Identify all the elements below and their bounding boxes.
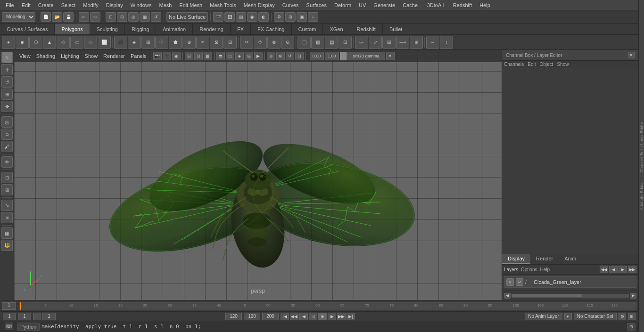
vp-render-btn[interactable]: ◈: [235, 52, 244, 60]
vp-stereo-btn[interactable]: ◉: [172, 52, 181, 60]
tab-custom[interactable]: Custom: [292, 24, 323, 34]
open-file-btn[interactable]: 📂: [52, 12, 62, 22]
pb-next-btn[interactable]: ▶▶: [337, 313, 346, 320]
layer-p-btn[interactable]: P: [516, 278, 523, 286]
menu-cache[interactable]: Cache: [399, 1, 421, 9]
menu-edit[interactable]: Edit: [18, 1, 34, 9]
pb-play-back-btn[interactable]: ◁: [309, 313, 317, 320]
shelf-loop[interactable]: ⟳: [254, 36, 267, 49]
show-hide[interactable]: 👁: [1, 156, 13, 168]
new-file-btn[interactable]: 📄: [41, 12, 51, 22]
render-btn3[interactable]: ▤: [236, 12, 246, 22]
shelf-cone[interactable]: ▲: [43, 36, 56, 49]
scale-tool[interactable]: ⊞: [1, 89, 13, 100]
render-btn2[interactable]: 🖼: [224, 12, 235, 22]
rotate-tool[interactable]: ↺: [1, 76, 13, 88]
menu-3dto[interactable]: -3DtoAll-: [421, 1, 449, 9]
shelf-cylinder[interactable]: ⬡: [29, 36, 42, 49]
pb-last-btn[interactable]: ▶|: [347, 313, 355, 320]
select-tool[interactable]: ↖: [1, 52, 13, 63]
char-set-btn[interactable]: No Character Set: [574, 313, 617, 320]
render-btn1[interactable]: 🎬: [213, 12, 223, 22]
crease-tool[interactable]: ∿: [1, 200, 13, 211]
menu-mesh[interactable]: Mesh: [155, 1, 175, 9]
menu-redshift[interactable]: Redshift: [449, 1, 476, 9]
shelf-append[interactable]: ➕: [155, 36, 168, 49]
shelf-deform1[interactable]: ⟜: [355, 36, 368, 49]
universal-manip[interactable]: ✥: [1, 101, 13, 112]
snap-grid[interactable]: ⊞: [1, 184, 13, 195]
channels-menu[interactable]: Channels: [504, 62, 524, 67]
snap-btn4[interactable]: ▦: [140, 12, 150, 22]
redo-btn[interactable]: ↪: [90, 12, 100, 22]
menu-modify[interactable]: Modify: [79, 1, 102, 9]
shelf-extra1[interactable]: ↔: [426, 36, 439, 49]
show-menu[interactable]: Show: [557, 62, 569, 67]
tab-polygons[interactable]: Polygons: [55, 24, 90, 34]
snap-btn2[interactable]: ⊞: [117, 12, 127, 22]
layer-arrow-right2[interactable]: ▶▶: [628, 266, 636, 273]
save-file-btn[interactable]: 💾: [63, 12, 74, 22]
shelf-knife[interactable]: ✂: [240, 36, 253, 49]
snap-btn1[interactable]: ⊡: [106, 12, 116, 22]
timeline-ticks[interactable]: 1 5 10 15 20 25 30 35 40 45 50 55 60 65 …: [19, 302, 636, 310]
playback-end-input[interactable]: [225, 313, 242, 320]
settings-btn3[interactable]: ▣: [297, 12, 307, 22]
shelf-deform3[interactable]: ⊞: [382, 36, 396, 49]
paint-sel[interactable]: 🖌: [1, 141, 13, 152]
rp-tab-display[interactable]: Display: [502, 254, 530, 264]
shelf-plane[interactable]: ▭: [70, 36, 83, 49]
pb-first-btn[interactable]: |◀: [281, 313, 289, 320]
workspace-dropdown[interactable]: Modeling: [2, 12, 35, 22]
current-frame-field[interactable]: 1: [2, 302, 16, 310]
move-tool[interactable]: ✛: [1, 64, 13, 75]
sculpt-btn[interactable]: ≋: [1, 212, 13, 223]
menu-generate[interactable]: Generate: [370, 1, 399, 9]
snap-btn3[interactable]: ◎: [128, 12, 139, 22]
start-frame-input[interactable]: [3, 313, 16, 320]
menu-mesh-display[interactable]: Mesh Display: [240, 1, 279, 9]
pb-prev-key-btn[interactable]: ◀◀: [290, 313, 298, 320]
lasso-tool[interactable]: ⊃: [1, 129, 13, 140]
shelf-merge[interactable]: ⊙: [281, 36, 294, 49]
shelf-prism[interactable]: ◇: [84, 36, 97, 49]
vp-menu-panels[interactable]: Panels: [128, 52, 149, 60]
menu-select[interactable]: Select: [58, 1, 80, 9]
layer-v-btn[interactable]: V: [506, 278, 514, 286]
shelf-smooth[interactable]: ≈: [196, 36, 209, 49]
menu-edit-mesh[interactable]: Edit Mesh: [175, 1, 206, 9]
layer-arrow-left2[interactable]: ◀: [609, 266, 618, 273]
vp-display-btn[interactable]: ▦: [204, 52, 212, 60]
menu-display[interactable]: Display: [102, 1, 127, 9]
cmd-clear-btn[interactable]: ⊞: [627, 323, 636, 331]
custom-btn2[interactable]: 🔱: [1, 240, 13, 251]
script-icon[interactable]: ⌨: [5, 323, 13, 330]
tab-rendering[interactable]: Rendering: [193, 24, 231, 34]
char-set-options[interactable]: ⚙: [619, 313, 626, 320]
vp-shading-btn[interactable]: ◓: [216, 52, 225, 60]
vp-hair-btn[interactable]: ⊗: [276, 52, 285, 60]
tab-sculpting[interactable]: Sculpting: [90, 24, 125, 34]
vp-ao-btn[interactable]: ◎: [245, 52, 253, 60]
menu-uv[interactable]: UV: [355, 1, 370, 9]
layer-scrollbar[interactable]: [512, 294, 629, 298]
shelf-bridge[interactable]: ⊞: [141, 36, 155, 49]
shelf-sphere[interactable]: ●: [2, 36, 15, 49]
layer-arrow-right[interactable]: ▶: [619, 266, 627, 273]
vp-isolate-btn[interactable]: ⊡: [194, 52, 203, 60]
shelf-target-weld[interactable]: ⊗: [267, 36, 281, 49]
render-btn5[interactable]: ◐: [258, 12, 269, 22]
vp-grid-btn[interactable]: ⊞: [185, 52, 193, 60]
vp-menu-view[interactable]: View: [17, 52, 33, 60]
shelf-deform5[interactable]: ⊛: [410, 36, 423, 49]
shelf-cube[interactable]: ■: [16, 36, 29, 49]
tab-curves-surfaces[interactable]: Curves / Surfaces: [0, 24, 55, 34]
shelf-fill[interactable]: ⬟: [169, 36, 182, 49]
vp-color-btn[interactable]: [340, 52, 347, 60]
edit-menu[interactable]: Edit: [528, 62, 536, 67]
menu-help[interactable]: Help: [476, 1, 494, 9]
shelf-deform4[interactable]: ⟿: [396, 36, 409, 49]
options-subtab[interactable]: Options: [521, 267, 537, 272]
shelf-torus[interactable]: ◎: [57, 36, 70, 49]
vp-gamma-btn[interactable]: sRGB gamma: [347, 52, 385, 60]
